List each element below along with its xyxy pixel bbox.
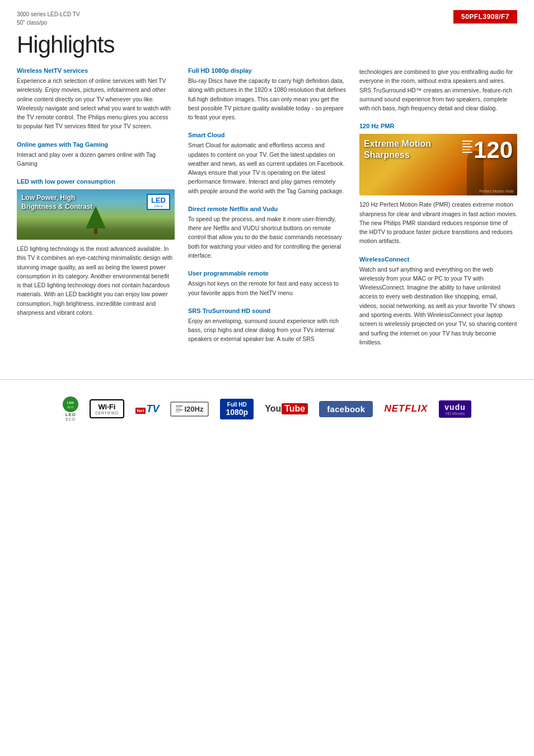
section-pmr-120hz: 120 Hz PMR Extreme Motion Sharpness [359,123,517,245]
svg-point-0 [63,397,78,412]
logo-wifi-certified: Wi·Fi CERTIFIED [90,399,124,418]
model-badge: 50PFL3908/F7 [453,10,517,24]
section-netflix-vudu: Direct remote Netflix and Vudu To speed … [188,206,346,260]
header: 3000 series LED-LCD TV 50" class/po 50PF… [0,0,534,27]
section-text-wireless-connect: Watch and surf anything and everything o… [359,265,517,347]
left-column: Wireless NetTV services Experience a ric… [17,67,188,357]
pmr-image-box: Extreme Motion Sharpness 120 [359,134,517,195]
section-title-wireless-nettv: Wireless NetTV services [17,67,175,74]
page: 3000 series LED-LCD TV 50" class/po 50PF… [0,0,534,756]
section-title-full-hd: Full HD 1080p display [188,67,346,74]
series-label: 3000 series LED-LCD TV [17,10,80,18]
section-title-netflix-vudu: Direct remote Netflix and Vudu [188,206,346,212]
section-text-led-power: LED lighting technology is the most adva… [17,244,175,317]
section-text-pmr: 120 Hz Perfect Motion Rate (PMR) creates… [359,200,517,245]
section-wireless-nettv: Wireless NetTV services Experience a ric… [17,67,175,131]
section-text-wireless-nettv: Experience a rich selection of online se… [17,76,175,131]
section-text-netflix-vudu: To speed up the process, and make it mor… [188,214,346,260]
pmr-image-text-line1: Extreme Motion [364,138,431,150]
section-online-games: Online games with Tag Gaming Interact an… [17,141,175,169]
right-column: technologies are combined to give you en… [359,67,517,357]
section-srs-sound: SRS TruSurround HD sound Enjoy an envelo… [188,307,346,344]
section-text-srs-continued: technologies are combined to give you en… [359,67,517,113]
logo-fullhd-1080p: Full HD 1080p [220,399,254,419]
section-title-wireless-connect: WirelessConnect [359,256,517,263]
section-srs-continued: technologies are combined to give you en… [359,67,517,113]
pmr-sublabel: Perfect Motion Rate [479,189,514,193]
section-title-pmr: 120 Hz PMR [359,123,517,129]
section-text-srs-sound: Enjoy an enveloping, surround sound expe… [188,316,346,344]
middle-column: Full HD 1080p display Blu-ray Discs have… [188,67,359,357]
led-eco-icon: LED ECO [63,396,78,412]
led-image-text: Low Power, High Brightness & Contrast [21,194,92,211]
class-label: 50" class/po [17,18,80,27]
section-user-remote: User programmable remote Assign hot keys… [188,270,346,297]
pmr-number: 120 [474,138,513,162]
section-title-led-power: LED with low power consumption [17,178,175,185]
section-text-online-games: Interact and play over a dozen games onl… [17,150,175,169]
logo-facebook: facebook [319,401,373,417]
section-title-srs-sound: SRS TruSurround HD sound [188,307,346,314]
svg-text:LED: LED [67,401,74,404]
logo-vudu: vudu HD Movies [439,400,471,418]
section-led-power: LED with low power consumption Low Power… [17,178,175,317]
main-content: Wireless NetTV services Experience a ric… [0,67,534,357]
section-title-online-games: Online games with Tag Gaming [17,141,175,148]
footer-logos: LED ECO LED ECO Wi·Fi CERTIFIED Net TV [0,379,534,432]
section-title-user-remote: User programmable remote [188,270,346,277]
title-section: Highlights [0,27,534,67]
logo-120hz: I20Hz [170,402,209,417]
section-smart-cloud: Smart Cloud Smart Cloud for automatic an… [188,132,346,195]
logo-youtube: You Tube [265,403,308,414]
logo-nettv: Net TV [135,404,160,414]
section-text-user-remote: Assign hot keys on the remote for fast a… [188,279,346,297]
model-info: 3000 series LED-LCD TV 50" class/po [17,10,80,27]
page-title: Highlights [17,31,517,58]
section-full-hd: Full HD 1080p display Blu-ray Discs have… [188,67,346,122]
led-badge: LED Ultra [147,194,170,210]
pmr-image-text-line2: Sharpness [364,150,431,161]
logo-led-text: LED ECO [65,412,76,421]
section-title-smart-cloud: Smart Cloud [188,132,346,138]
section-text-smart-cloud: Smart Cloud for automatic and effortless… [188,141,346,195]
logo-led-eco: LED ECO LED ECO [63,396,78,421]
logo-netflix: NETFLIX [384,403,428,414]
svg-text:ECO: ECO [68,405,74,409]
led-image-box: Low Power, High Brightness & Contrast LE… [17,189,175,240]
section-text-full-hd: Blu-ray Discs have the capacity to carry… [188,76,346,122]
section-wireless-connect: WirelessConnect Watch and surf anything … [359,256,517,347]
